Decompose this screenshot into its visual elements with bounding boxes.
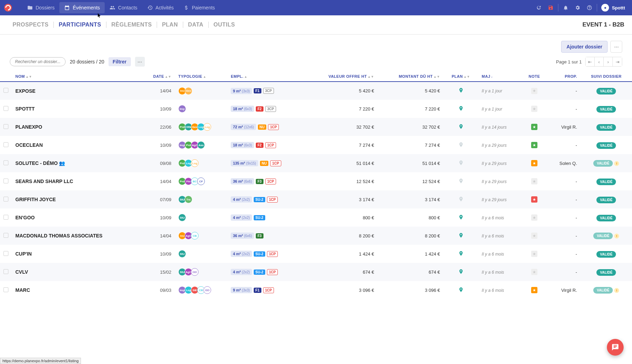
row-checkbox[interactable]	[3, 287, 8, 292]
col-montant[interactable]: MONTANT DÛ HT▲▼	[378, 71, 444, 82]
row-checkbox[interactable]	[3, 269, 8, 274]
table-row[interactable]: GRIFFITH JOYCE07/09StUTrs4 m² (2x2)SU-21…	[0, 190, 632, 208]
nav-événements[interactable]: Événements	[59, 2, 105, 13]
row-checkbox[interactable]	[3, 197, 8, 202]
map-pin-icon[interactable]	[458, 88, 464, 93]
note-star-icon[interactable]: ★	[531, 106, 537, 112]
col-nom[interactable]: NOM▲▼	[12, 71, 141, 82]
map-pin-icon[interactable]	[458, 178, 464, 184]
map-pin-icon[interactable]	[458, 269, 464, 274]
table-row[interactable]: EXPOSE14/04InvGeo9 m² (3x3)F13CP5 420 €5…	[0, 82, 632, 100]
map-pin-icon[interactable]	[458, 287, 464, 293]
table-row[interactable]: CVLV15/02StUAgCI3D4 m² (2x2)SU-21CP674 €…	[0, 263, 632, 281]
status-badge[interactable]: VALIDÉ	[596, 269, 616, 276]
note-star-icon[interactable]: ★	[531, 124, 537, 130]
page-next-button[interactable]: ›	[604, 57, 613, 66]
table-row[interactable]: SOLUTEC - DÉMO 👥09/08PrdLogLog135 m² (9x…	[0, 154, 632, 172]
map-pin-icon[interactable]	[458, 251, 464, 256]
table-row[interactable]: CUP'IN10/09StU4 m² (2x2)SU-21CP1 424 €1 …	[0, 245, 632, 263]
map-pin-icon[interactable]	[458, 124, 464, 129]
row-checkbox[interactable]	[3, 88, 8, 93]
tab-plan[interactable]: PLAN	[157, 22, 183, 28]
filter-button[interactable]: Filtrer	[109, 57, 131, 66]
page-last-button[interactable]: ⇥	[613, 57, 622, 66]
col-suivi[interactable]: SUIVI DOSSIER	[581, 71, 632, 82]
map-pin-icon[interactable]	[458, 160, 464, 166]
empl-tag: 3CP	[265, 106, 276, 112]
map-pin-icon[interactable]	[458, 196, 464, 202]
status-badge[interactable]: VALIDÉ	[596, 88, 616, 94]
row-checkbox[interactable]	[3, 233, 8, 238]
status-badge[interactable]: VALIDÉ	[596, 215, 616, 221]
status-badge[interactable]: VALIDÉ	[596, 197, 616, 203]
note-star-icon[interactable]: ★	[531, 88, 537, 94]
search-input[interactable]	[10, 57, 66, 66]
col-date[interactable]: DATE▲▼	[141, 71, 175, 82]
map-pin-icon[interactable]	[458, 233, 464, 238]
nav-contacts[interactable]: Contacts	[105, 2, 142, 13]
note-star-icon[interactable]: ★	[531, 287, 537, 293]
refresh-icon[interactable]	[533, 2, 545, 14]
status-badge[interactable]: VALIDÉ	[593, 233, 613, 239]
status-badge[interactable]: VALIDÉ	[596, 179, 616, 185]
user-menu[interactable]: ● Spottt	[598, 2, 628, 13]
table-row[interactable]: SPOTTT10/09Imp18 m² (6x3)F23CP7 220 €7 2…	[0, 100, 632, 118]
bell-icon[interactable]	[560, 2, 572, 14]
col-note[interactable]: NOTE	[522, 71, 547, 82]
note-star-icon[interactable]: ★	[531, 214, 537, 221]
table-row[interactable]: MACDONALD THOMAS ASSOCIATES14/04InvAgCCB…	[0, 227, 632, 245]
table-row[interactable]: MARC09/03ImpLogSIECBI3D9 m² (3x3)F11CP3 …	[0, 281, 632, 299]
tab-règlements[interactable]: RÈGLEMENTS	[106, 22, 157, 28]
col-empl[interactable]: EMPL.▲	[227, 71, 305, 82]
row-prop: -	[575, 251, 577, 257]
col-plan[interactable]: PLAN▲▼	[444, 71, 478, 82]
tab-prospects[interactable]: PROSPECTS	[8, 22, 53, 28]
filter-more-button[interactable]: ⋯	[135, 57, 145, 67]
row-checkbox[interactable]	[3, 251, 8, 256]
map-pin-icon[interactable]	[458, 106, 464, 111]
tab-data[interactable]: DATA	[183, 22, 208, 28]
col-prop[interactable]: PROP.	[547, 71, 581, 82]
col-maj[interactable]: MAJ↓	[478, 71, 522, 82]
more-actions-button[interactable]: ⋯	[610, 41, 622, 53]
page-first-button[interactable]: ⇤	[586, 57, 595, 66]
status-badge[interactable]: VALIDÉ	[596, 251, 616, 258]
tab-outils[interactable]: OUTILS	[209, 22, 240, 28]
save-icon[interactable]	[545, 2, 557, 14]
status-badge[interactable]: VALIDÉ	[596, 142, 616, 149]
nav-activités[interactable]: Activités	[142, 2, 179, 13]
map-pin-icon[interactable]	[458, 214, 464, 220]
row-checkbox[interactable]	[3, 124, 8, 129]
note-star-icon[interactable]: ★	[531, 178, 537, 184]
row-checkbox[interactable]	[3, 179, 8, 183]
note-star-icon[interactable]: ★	[531, 142, 537, 148]
status-badge[interactable]: VALIDÉ	[593, 287, 613, 294]
nav-dossiers[interactable]: Dossiers	[22, 2, 59, 13]
gear-icon[interactable]	[572, 2, 583, 14]
table-row[interactable]: OCECLEAN10/09ImpPrdAgCAss18 m² (6x3)F21C…	[0, 136, 632, 154]
note-star-icon[interactable]: ★	[531, 196, 537, 203]
add-folder-button[interactable]: Ajouter dossier	[561, 41, 608, 53]
table-row[interactable]: SEARS AND SHARP LLC14/04PrdFinBCCF36 m² …	[0, 172, 632, 190]
row-checkbox[interactable]	[3, 142, 8, 147]
nav-paiements[interactable]: Paiements	[179, 2, 220, 13]
help-icon[interactable]	[583, 2, 595, 14]
status-badge[interactable]: VALIDÉ	[593, 160, 613, 167]
col-typologie[interactable]: TYPOLOGIE▲	[175, 71, 227, 82]
note-star-icon[interactable]: ★	[531, 233, 537, 239]
note-star-icon[interactable]: ★	[531, 251, 537, 257]
table-row[interactable]: PLANEXPO22/06PrdCRMGeoLogLog72 m² (12x6)…	[0, 118, 632, 136]
status-badge[interactable]: VALIDÉ	[596, 124, 616, 131]
note-star-icon[interactable]: ★	[531, 160, 537, 166]
row-checkbox[interactable]	[3, 215, 8, 220]
tab-participants[interactable]: PARTICIPANTS	[54, 22, 106, 28]
table-row[interactable]: EN'GOO10/09StU4 m² (2x2)SU-2800 €800 €Il…	[0, 208, 632, 227]
page-prev-button[interactable]: ‹	[595, 57, 604, 66]
row-checkbox[interactable]	[3, 106, 8, 111]
app-logo[interactable]	[4, 4, 12, 12]
status-badge[interactable]: VALIDÉ	[596, 106, 616, 113]
row-checkbox[interactable]	[3, 160, 8, 165]
map-pin-icon[interactable]	[458, 142, 464, 147]
col-valeur[interactable]: VALEUR OFFRE HT▲▼	[306, 71, 378, 82]
note-star-icon[interactable]: ★	[531, 269, 537, 275]
